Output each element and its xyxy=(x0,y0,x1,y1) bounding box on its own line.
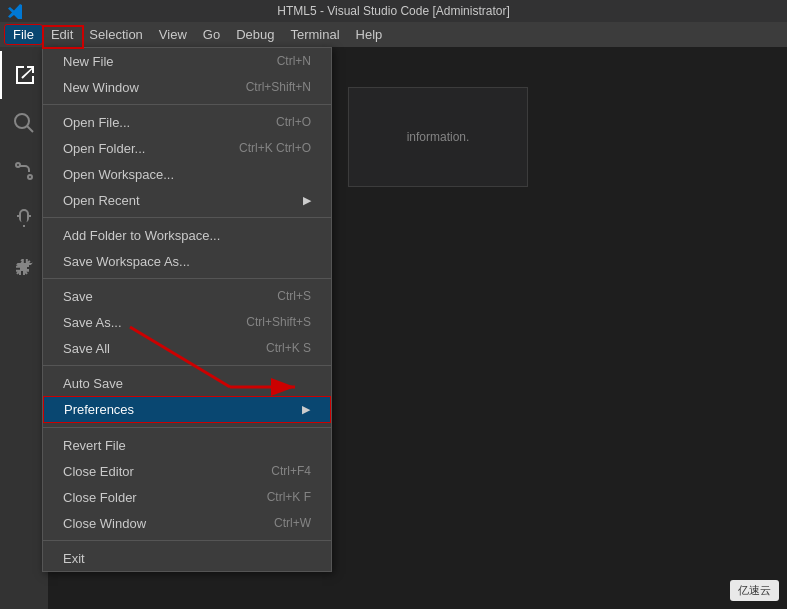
menu-revert-file[interactable]: Revert File xyxy=(43,432,331,458)
vscode-icon xyxy=(8,3,24,19)
menu-close-window-shortcut: Ctrl+W xyxy=(274,516,311,530)
menu-save-as[interactable]: Save As... Ctrl+Shift+S xyxy=(43,309,331,335)
menu-open-recent-label: Open Recent xyxy=(63,193,303,208)
menu-open-workspace[interactable]: Open Workspace... xyxy=(43,161,331,187)
menu-go[interactable]: Go xyxy=(195,25,228,44)
menu-open-folder-label: Open Folder... xyxy=(63,141,219,156)
menu-file[interactable]: File xyxy=(4,24,43,45)
menu-new-file[interactable]: New File Ctrl+N xyxy=(43,48,331,74)
menu-debug[interactable]: Debug xyxy=(228,25,282,44)
menu-new-window-shortcut: Ctrl+Shift+N xyxy=(246,80,311,94)
menu-view[interactable]: View xyxy=(151,25,195,44)
menu-open-folder-shortcut: Ctrl+K Ctrl+O xyxy=(239,141,311,155)
menu-exit-label: Exit xyxy=(63,551,311,566)
menubar: File Edit Selection View Go Debug Termin… xyxy=(0,22,787,47)
menu-save-workspace-label: Save Workspace As... xyxy=(63,254,311,269)
menu-close-editor[interactable]: Close Editor Ctrl+F4 xyxy=(43,458,331,484)
menu-auto-save-label: Auto Save xyxy=(63,376,311,391)
separator-3 xyxy=(43,278,331,279)
menu-new-window-label: New Window xyxy=(63,80,226,95)
menu-save[interactable]: Save Ctrl+S xyxy=(43,283,331,309)
open-recent-arrow: ▶ xyxy=(303,194,311,207)
menu-save-all[interactable]: Save All Ctrl+K S xyxy=(43,335,331,361)
menu-open-folder[interactable]: Open Folder... Ctrl+K Ctrl+O xyxy=(43,135,331,161)
menu-selection[interactable]: Selection xyxy=(81,25,150,44)
separator-6 xyxy=(43,540,331,541)
separator-2 xyxy=(43,217,331,218)
menu-save-as-label: Save As... xyxy=(63,315,226,330)
separator-1 xyxy=(43,104,331,105)
menu-close-folder-shortcut: Ctrl+K F xyxy=(267,490,311,504)
menu-new-file-label: New File xyxy=(63,54,257,69)
menu-revert-file-label: Revert File xyxy=(63,438,311,453)
window-title: HTML5 - Visual Studio Code [Administrato… xyxy=(277,4,510,18)
menu-open-recent[interactable]: Open Recent ▶ xyxy=(43,187,331,213)
menu-save-as-shortcut: Ctrl+Shift+S xyxy=(246,315,311,329)
menu-save-label: Save xyxy=(63,289,257,304)
menu-new-window[interactable]: New Window Ctrl+Shift+N xyxy=(43,74,331,100)
menu-open-file-shortcut: Ctrl+O xyxy=(276,115,311,129)
menu-close-window-label: Close Window xyxy=(63,516,254,531)
menu-close-folder[interactable]: Close Folder Ctrl+K F xyxy=(43,484,331,510)
menu-add-folder-label: Add Folder to Workspace... xyxy=(63,228,311,243)
menu-close-window[interactable]: Close Window Ctrl+W xyxy=(43,510,331,536)
menu-exit[interactable]: Exit xyxy=(43,545,331,571)
separator-4 xyxy=(43,365,331,366)
menu-save-shortcut: Ctrl+S xyxy=(277,289,311,303)
menu-edit[interactable]: Edit xyxy=(43,25,81,44)
menu-auto-save[interactable]: Auto Save xyxy=(43,370,331,396)
file-dropdown-menu: New File Ctrl+N New Window Ctrl+Shift+N … xyxy=(42,47,332,572)
preferences-arrow: ▶ xyxy=(302,403,310,416)
menu-terminal[interactable]: Terminal xyxy=(282,25,347,44)
menu-add-folder[interactable]: Add Folder to Workspace... xyxy=(43,222,331,248)
menu-open-file-label: Open File... xyxy=(63,115,256,130)
menu-open-workspace-label: Open Workspace... xyxy=(63,167,311,182)
menu-close-folder-label: Close Folder xyxy=(63,490,247,505)
separator-5 xyxy=(43,427,331,428)
menu-help[interactable]: Help xyxy=(348,25,391,44)
menu-open-file[interactable]: Open File... Ctrl+O xyxy=(43,109,331,135)
menu-save-workspace[interactable]: Save Workspace As... xyxy=(43,248,331,274)
menu-preferences[interactable]: Preferences ▶ xyxy=(43,396,331,423)
menu-close-editor-label: Close Editor xyxy=(63,464,251,479)
menu-preferences-label: Preferences xyxy=(64,402,302,417)
menu-save-all-label: Save All xyxy=(63,341,246,356)
menu-new-file-shortcut: Ctrl+N xyxy=(277,54,311,68)
titlebar: HTML5 - Visual Studio Code [Administrato… xyxy=(0,0,787,22)
menu-save-all-shortcut: Ctrl+K S xyxy=(266,341,311,355)
menu-close-editor-shortcut: Ctrl+F4 xyxy=(271,464,311,478)
dropdown-overlay: New File Ctrl+N New Window Ctrl+Shift+N … xyxy=(0,47,787,609)
